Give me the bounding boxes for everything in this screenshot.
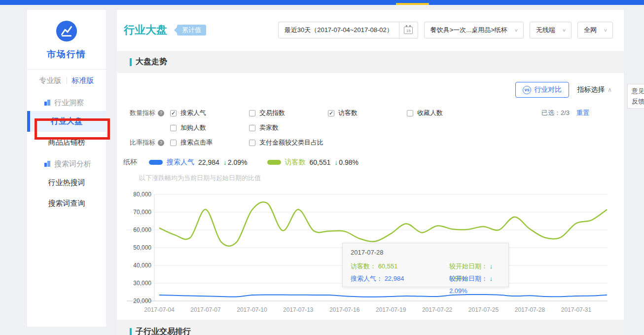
quantity-metrics-label: 数量指标: [130, 109, 155, 117]
selected-count: 已选：2/3: [541, 109, 570, 117]
chevron-up-icon: [608, 86, 612, 93]
svg-text:60,000: 60,000: [133, 226, 151, 233]
svg-text:2017-07-19: 2017-07-19: [376, 306, 406, 313]
legend-category: 纸杯: [123, 158, 137, 167]
help-icon[interactable]: [158, 110, 164, 116]
scope-dropdown[interactable]: 全网: [577, 22, 613, 38]
svg-text:2017-07-07: 2017-07-07: [190, 306, 221, 313]
building-icon: [44, 99, 51, 106]
checkbox-cart-add-count[interactable]: 加购人数: [170, 123, 249, 132]
date-range-picker[interactable]: 最近30天（2017-07-04~2017-08-02） 15: [278, 22, 418, 38]
tooltip-date: 2017-07-28: [351, 249, 501, 256]
down-arrow-icon: [490, 275, 493, 282]
chevron-down-icon: [604, 28, 608, 33]
building-icon: [44, 160, 51, 167]
ratio-metrics-label: 比率指标: [130, 138, 155, 147]
market-trend-logo-icon: [55, 20, 78, 42]
down-arrow-icon: [334, 158, 338, 166]
metric-select-toggle[interactable]: 指标选择: [577, 85, 612, 94]
main-content: 行业大盘 累计值 最近30天（2017-07-04~2017-08-02） 15…: [117, 10, 624, 335]
brand: 市场行情: [27, 10, 106, 60]
svg-text:2017-07-25: 2017-07-25: [468, 306, 499, 313]
svg-text:2017-07-04: 2017-07-04: [144, 306, 175, 313]
legend-series-search-popularity[interactable]: 搜索人气 22,984 2.09%: [149, 158, 248, 167]
checkbox-visitor-count[interactable]: 访客数: [328, 109, 407, 117]
section-accent-bar: [130, 58, 132, 66]
svg-text:2017-07-13: 2017-07-13: [283, 306, 314, 313]
active-item-bar: [27, 111, 30, 132]
sidebar-group-industry-insight[interactable]: 行业洞察: [27, 94, 106, 111]
checkbox[interactable]: [249, 125, 255, 131]
checkbox-payment-parent-ratio[interactable]: 支付金额较父类目占比: [249, 138, 323, 147]
svg-text:30,000: 30,000: [133, 280, 151, 287]
chart-tooltip: 2017-07-28 访客数： 60,551 较开始日期： 0.98% 搜索人气…: [342, 243, 509, 287]
sidebar-group-search-word-analysis[interactable]: 搜索词分析: [27, 155, 106, 172]
svg-text:2017-07-16: 2017-07-16: [329, 306, 360, 313]
help-icon[interactable]: [158, 140, 164, 146]
svg-text:2017-07-22: 2017-07-22: [422, 306, 453, 313]
svg-text:50,000: 50,000: [133, 244, 151, 251]
sidebar-item-search-word-query[interactable]: 搜索词查询: [27, 193, 106, 214]
terminal-dropdown[interactable]: 无线端: [530, 22, 572, 38]
checkbox-favorite-count[interactable]: 收藏人数: [407, 109, 486, 117]
trend-chart[interactable]: 20,00030,00040,00050,00060,00070,00080,0…: [127, 189, 617, 319]
down-arrow-icon: [223, 158, 227, 166]
sidebar-item-industry-board[interactable]: 行业大盘: [27, 111, 106, 132]
checkbox[interactable]: [407, 110, 413, 116]
checkbox[interactable]: [249, 110, 255, 116]
sidebar-item-product-shop-rank[interactable]: 商品店铺榜: [27, 132, 106, 152]
top-nav-bar: [0, 0, 644, 5]
svg-text:80,000: 80,000: [133, 191, 151, 198]
vs-icon: [523, 86, 531, 94]
svg-text:40,000: 40,000: [133, 262, 151, 269]
checkbox[interactable]: [328, 110, 334, 116]
checkbox-search-popularity[interactable]: 搜索人气: [170, 109, 249, 117]
svg-text:2017-07-28: 2017-07-28: [515, 306, 545, 313]
svg-text:2017-07-31: 2017-07-31: [561, 306, 592, 313]
series-color-pill: [149, 160, 163, 165]
checkbox-trade-index[interactable]: 交易指数: [249, 109, 328, 117]
active-tab-indicator: [396, 3, 429, 5]
brand-name: 市场行情: [27, 48, 106, 60]
section-accent-bar: [130, 328, 132, 335]
feedback-button[interactable]: 意见反馈: [627, 84, 644, 109]
sidebar: 市场行情 专业版 标准版 行业洞察 行业大盘 商品店铺榜 搜索词分析 行业热搜词…: [27, 10, 106, 327]
bottom-section-title: 子行业交易排行: [136, 327, 191, 335]
chart-note: 以下涨跌幅均为当前日期与起始日期的比值: [117, 174, 624, 183]
industry-compare-button[interactable]: 行业对比: [515, 82, 569, 98]
divider: [67, 77, 67, 84]
chevron-down-icon: [562, 28, 566, 33]
calendar-icon[interactable]: 15: [399, 22, 418, 38]
svg-text:20,000: 20,000: [133, 298, 151, 304]
tab-pro-version[interactable]: 专业版: [39, 76, 62, 85]
checkbox-search-click-rate[interactable]: 搜索点击率: [170, 138, 249, 147]
checkbox-seller-count[interactable]: 卖家数: [249, 123, 328, 132]
page-title: 行业大盘: [124, 23, 167, 37]
bottom-section-band: 子行业交易排行: [117, 320, 624, 335]
sidebar-item-hot-search-words[interactable]: 行业热搜词: [27, 172, 106, 193]
checkbox[interactable]: [170, 125, 177, 131]
category-dropdown[interactable]: 餐饮具>一次...桌用品>纸杯: [424, 22, 524, 38]
section-title: 大盘走势: [136, 57, 167, 67]
checkbox[interactable]: [249, 140, 255, 146]
legend-series-visitor-count[interactable]: 访客数 60,551 0.98%: [267, 158, 359, 167]
svg-text:2017-07-10: 2017-07-10: [237, 306, 267, 313]
series-color-pill: [267, 160, 281, 165]
tab-standard-version[interactable]: 标准版: [72, 76, 94, 85]
chevron-down-icon: [514, 28, 518, 33]
svg-text:70,000: 70,000: [133, 209, 151, 216]
down-arrow-icon: [490, 262, 493, 270]
checkbox[interactable]: [170, 110, 177, 116]
reset-link[interactable]: 重置: [576, 109, 589, 117]
cumulative-value-badge: 累计值: [177, 25, 206, 36]
checkbox[interactable]: [170, 140, 177, 146]
